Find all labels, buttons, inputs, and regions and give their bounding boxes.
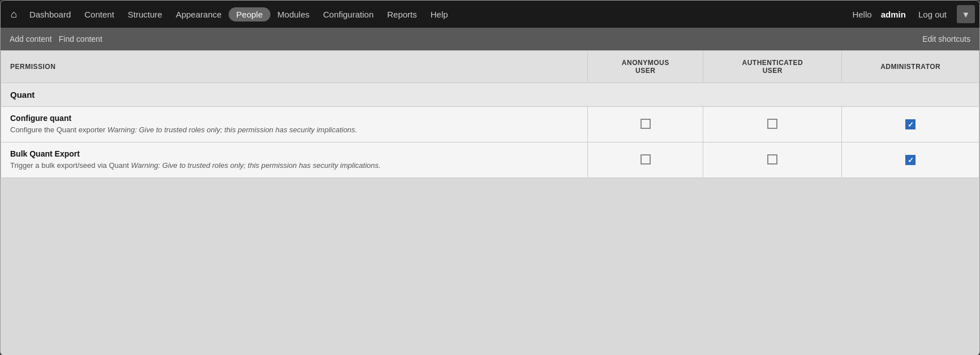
perm-bulk-quant-name: Bulk Quant Export [10, 149, 578, 158]
section-quant-label: Quant [1, 83, 979, 107]
find-content-link[interactable]: Find content [59, 34, 109, 44]
table-row: Configure quant Configure the Quant expo… [1, 107, 979, 142]
home-icon[interactable]: ⌂ [5, 8, 23, 20]
bulk-quant-admin-checkbox[interactable] [905, 155, 915, 165]
permissions-table: PERMISSION ANONYMOUSUSER AUTHENTICATEDUS… [1, 50, 979, 178]
perm-configure-quant-name: Configure quant [10, 114, 578, 123]
bulk-quant-admin-cell [842, 142, 979, 178]
nav-reports[interactable]: Reports [380, 10, 424, 19]
nav-appearance[interactable]: Appearance [169, 10, 229, 19]
col-header-administrator: ADMINISTRATOR [842, 51, 979, 83]
nav-people-active[interactable]: People [229, 7, 271, 21]
add-content-link[interactable]: Add content [10, 34, 59, 44]
configure-quant-authenticated-cell [703, 107, 842, 142]
nav-configuration[interactable]: Configuration [316, 10, 380, 19]
bulk-quant-authenticated-checkbox[interactable] [767, 154, 777, 164]
configure-quant-authenticated-checkbox[interactable] [767, 119, 777, 129]
section-quant: Quant [1, 83, 979, 107]
main-content: PERMISSION ANONYMOUSUSER AUTHENTICATEDUS… [1, 50, 979, 355]
perm-bulk-quant-cell: Bulk Quant Export Trigger a bulk export/… [1, 142, 588, 178]
nav-content[interactable]: Content [78, 10, 121, 19]
nav-structure[interactable]: Structure [121, 10, 169, 19]
perm-configure-quant-cell: Configure quant Configure the Quant expo… [1, 107, 588, 142]
nav-modules[interactable]: Modules [270, 10, 316, 19]
shortcuts-bar: Add content Find content Edit shortcuts [1, 28, 979, 50]
username-label: admin [881, 10, 906, 19]
table-row: Bulk Quant Export Trigger a bulk export/… [1, 142, 979, 178]
hello-user-label: Hello admin [839, 10, 913, 19]
chevron-down-icon: ▼ [955, 10, 977, 19]
col-header-anonymous: ANONYMOUSUSER [588, 51, 703, 83]
nav-dropdown-button[interactable]: ▼ [957, 5, 975, 23]
bulk-quant-authenticated-cell [703, 142, 842, 178]
bulk-quant-anonymous-cell [588, 142, 703, 178]
bulk-quant-anonymous-checkbox[interactable] [641, 154, 651, 164]
perm-configure-quant-desc: Configure the Quant exporter Warning: Gi… [10, 125, 578, 135]
nav-help[interactable]: Help [424, 10, 455, 19]
top-navigation: ⌂ Dashboard Content Structure Appearance… [1, 1, 979, 28]
nav-dashboard[interactable]: Dashboard [23, 10, 78, 19]
configure-quant-admin-checkbox[interactable] [905, 119, 915, 129]
col-header-authenticated: AUTHENTICATEDUSER [703, 51, 842, 83]
col-header-permission: PERMISSION [1, 51, 588, 83]
configure-quant-anonymous-cell [588, 107, 703, 142]
configure-quant-anonymous-checkbox[interactable] [641, 119, 651, 129]
logout-link[interactable]: Log out [913, 10, 952, 19]
perm-bulk-quant-desc: Trigger a bulk export/seed via Quant War… [10, 161, 578, 171]
configure-quant-admin-cell [842, 107, 979, 142]
edit-shortcuts-link[interactable]: Edit shortcuts [922, 34, 970, 44]
